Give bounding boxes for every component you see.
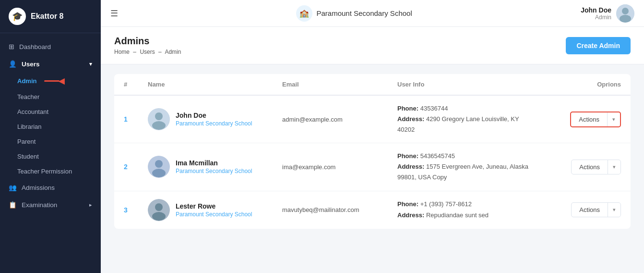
page-content-area: # Name Email User Info Oprions 1 [101, 64, 644, 273]
sidebar-item-label: Users [22, 61, 40, 68]
user-cell: Lester Rowe Paramount Secondary School [148, 199, 282, 221]
actions-label[interactable]: Actions [572, 160, 608, 174]
col-header-num: # [124, 81, 148, 88]
sidebar-item-teacher-permission[interactable]: Teacher Permission [0, 164, 101, 179]
sidebar-item-label: Accountant [17, 108, 48, 115]
chevron-down-icon: ▾ [608, 161, 620, 174]
col-header-email: Email [282, 81, 397, 88]
actions-cell: Actions ▾ [535, 112, 621, 127]
user-email: ima@example.com [282, 163, 397, 171]
user-school: Paramount Secondary School [176, 120, 252, 127]
col-header-options: Oprions [535, 81, 621, 88]
user-info-details: Phone: 5436545745 Address: 1575 Evergree… [397, 151, 535, 183]
topbar: ☰ 🏫 Paramount Secondary School John Doe … [101, 0, 644, 27]
breadcrumb-admin[interactable]: Admin [165, 49, 181, 55]
breadcrumb-home[interactable]: Home [114, 49, 130, 55]
sidebar-item-label: Librarian [17, 123, 42, 130]
app-name: Ekattor 8 [31, 12, 63, 21]
sidebar-item-users[interactable]: 👤 Users ▾ [0, 55, 101, 73]
sidebar-item-accountant[interactable]: Accountant [0, 104, 101, 119]
avatar [616, 4, 634, 23]
table-row: 1 John Doe Paramount Secondary School [114, 96, 631, 143]
sidebar-item-label: Examination [22, 201, 57, 209]
page-header: Admins Home – Users – Admin Create Admin [101, 27, 644, 64]
actions-button[interactable]: Actions ▾ [571, 202, 621, 217]
chevron-down-icon: ▾ [89, 61, 92, 67]
user-profile: John Doe Admin [581, 4, 634, 23]
breadcrumb-users[interactable]: Users [140, 49, 155, 55]
user-full-name: Lester Rowe [176, 202, 252, 210]
actions-cell: Actions ▾ [535, 202, 621, 217]
user-info-details: Phone: 43536744 Address: 4290 Gregory La… [397, 103, 535, 135]
actions-button[interactable]: Actions ▾ [570, 112, 621, 127]
create-admin-button[interactable]: Create Admin [566, 37, 631, 54]
user-email: admin@example.com [282, 116, 397, 123]
table-row: 2 Ima Mcmillan Paramount Secondary Schoo… [114, 143, 631, 191]
row-number: 3 [124, 206, 148, 214]
actions-cell: Actions ▾ [535, 160, 621, 174]
page-title: Admins [114, 36, 181, 47]
sidebar-item-parent[interactable]: Parent [0, 134, 101, 149]
users-icon: 👤 [9, 60, 17, 68]
sidebar-item-teacher[interactable]: Teacher [0, 89, 101, 104]
sidebar-item-admin[interactable]: Admin ◀ [0, 73, 101, 89]
svg-point-7 [155, 160, 163, 168]
user-full-name: Ima Mcmillan [176, 159, 252, 167]
sidebar-item-label: Admissions [22, 184, 55, 191]
table-row: 3 Lester Rowe Paramount Secondary School [114, 191, 631, 229]
sidebar-logo: 🎓 Ekattor 8 [0, 0, 101, 33]
sidebar-navigation: ⊞ Dashboard 👤 Users ▾ Admin ◀ Teacher Ac… [0, 33, 101, 273]
school-logo-icon: 🏫 [296, 5, 312, 22]
svg-point-10 [155, 203, 163, 211]
menu-toggle-icon[interactable]: ☰ [110, 8, 118, 19]
sidebar-item-label: Teacher [17, 93, 39, 100]
chevron-down-icon: ▾ [608, 203, 620, 216]
avatar [148, 156, 170, 178]
main-content: ☰ 🏫 Paramount Secondary School John Doe … [101, 0, 644, 273]
breadcrumb: Home – Users – Admin [114, 49, 181, 55]
actions-label[interactable]: Actions [571, 112, 608, 126]
sidebar-item-label: Student [17, 153, 39, 160]
sidebar-item-label: Dashboard [19, 43, 51, 50]
user-email: mavutybeq@mailinator.com [282, 206, 397, 213]
sidebar-item-admissions[interactable]: 👥 Admissions [0, 179, 101, 196]
actions-button[interactable]: Actions ▾ [571, 160, 621, 174]
actions-label[interactable]: Actions [572, 203, 608, 217]
user-full-name: John Doe [176, 112, 252, 119]
user-cell: John Doe Paramount Secondary School [148, 108, 282, 130]
dashboard-icon: ⊞ [9, 43, 14, 50]
col-header-userinfo: User Info [397, 81, 535, 88]
svg-point-8 [152, 169, 166, 177]
chevron-right-icon: ▸ [89, 202, 92, 208]
admissions-icon: 👥 [9, 184, 17, 191]
chevron-down-icon: ▾ [608, 113, 620, 126]
user-school: Paramount Secondary School [176, 168, 252, 174]
sidebar-item-examination[interactable]: 📋 Examination ▸ [0, 196, 101, 213]
avatar [148, 199, 170, 221]
arrow-right-icon: ◀ [59, 76, 64, 86]
user-role: Admin [581, 14, 611, 21]
sidebar-item-label: Parent [17, 138, 36, 145]
col-header-name: Name [148, 81, 282, 88]
svg-point-5 [152, 121, 166, 130]
svg-point-2 [620, 15, 631, 23]
user-name: John Doe [581, 6, 611, 14]
user-school: Paramount Secondary School [176, 211, 252, 218]
row-number: 2 [124, 163, 148, 171]
avatar [148, 108, 170, 130]
examination-icon: 📋 [9, 201, 17, 209]
sidebar-item-label: Teacher Permission [17, 168, 72, 175]
sidebar-item-librarian[interactable]: Librarian [0, 119, 101, 134]
sidebar-item-label: Admin [17, 77, 36, 85]
sidebar-item-dashboard[interactable]: ⊞ Dashboard [0, 38, 101, 55]
user-info-details: Phone: +1 (393) 757-8612 Address: Repudi… [397, 199, 535, 220]
sidebar-item-student[interactable]: Student [0, 149, 101, 164]
sidebar: 🎓 Ekattor 8 ⊞ Dashboard 👤 Users ▾ Admin … [0, 0, 101, 273]
school-info: 🏫 Paramount Secondary School [128, 5, 581, 22]
svg-point-1 [622, 8, 629, 14]
logo-icon: 🎓 [9, 8, 26, 25]
row-number: 1 [124, 115, 148, 123]
user-cell: Ima Mcmillan Paramount Secondary School [148, 156, 282, 178]
svg-point-11 [152, 212, 166, 221]
svg-point-4 [155, 112, 163, 120]
